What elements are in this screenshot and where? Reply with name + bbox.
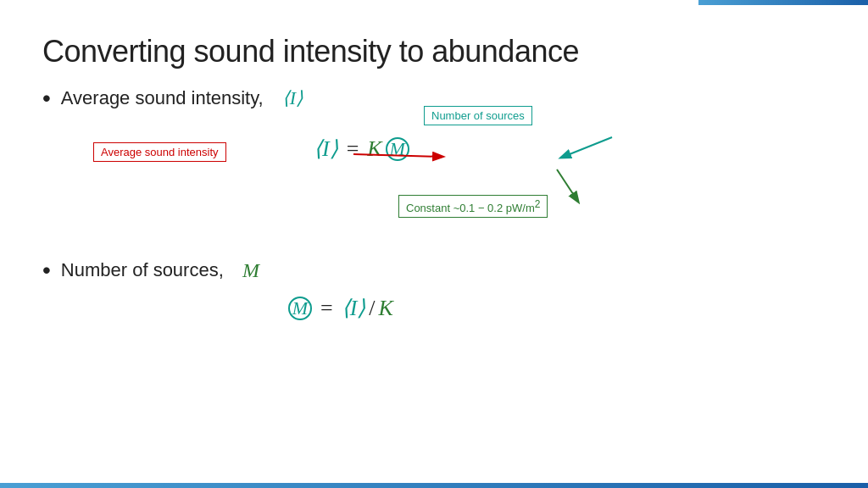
slide-title: Converting sound intensity to abundance bbox=[42, 34, 826, 69]
eq1-equals: = bbox=[347, 136, 359, 162]
bullet-2-section: • Number of sources, M bbox=[42, 258, 826, 282]
bullet-1-var: ⟨I⟩ bbox=[282, 87, 303, 109]
teal-annotation-box: Number of sources bbox=[424, 106, 532, 125]
eq1-M-circled: M bbox=[386, 137, 409, 161]
equation-area-2: M = ⟨I⟩ / K bbox=[93, 291, 826, 350]
eq1-lhs: ⟨I⟩ bbox=[314, 136, 338, 162]
equation-area-1: Average sound intensity Number of source… bbox=[93, 119, 826, 254]
bullet-dot-1: • bbox=[42, 86, 51, 110]
eq2-lhs: ⟨I⟩ bbox=[342, 295, 366, 321]
eq2-equals: = bbox=[320, 296, 333, 321]
main-equation-2: M = ⟨I⟩ / K bbox=[288, 295, 393, 321]
bullet-2-label: Number of sources, bbox=[61, 259, 224, 281]
top-decorative-bar bbox=[698, 0, 868, 5]
svg-line-1 bbox=[561, 137, 612, 158]
arrows-svg-1 bbox=[93, 119, 826, 254]
bottom-decorative-bar bbox=[0, 483, 868, 488]
bullet-1-label: Average sound intensity, bbox=[61, 87, 264, 109]
main-equation-1: ⟨I⟩ = K M bbox=[314, 136, 409, 162]
green-annotation-box: Constant ~0.1 − 0.2 pW/m2 bbox=[398, 195, 548, 218]
green-annotation-text: Constant ~0.1 − 0.2 pW/m2 bbox=[406, 202, 540, 214]
eq2-M-circled: M bbox=[288, 297, 312, 320]
eq2-K: K bbox=[379, 296, 393, 321]
eq1-K: K bbox=[367, 136, 381, 162]
svg-line-2 bbox=[557, 169, 578, 202]
bullet-2-text: • Number of sources, M bbox=[42, 258, 826, 282]
bullet-2-var: M bbox=[242, 259, 259, 282]
eq2-slash: / bbox=[369, 296, 375, 321]
bullet-dot-2: • bbox=[42, 258, 51, 282]
red-annotation-box: Average sound intensity bbox=[93, 142, 226, 162]
slide: Converting sound intensity to abundance … bbox=[0, 0, 868, 488]
